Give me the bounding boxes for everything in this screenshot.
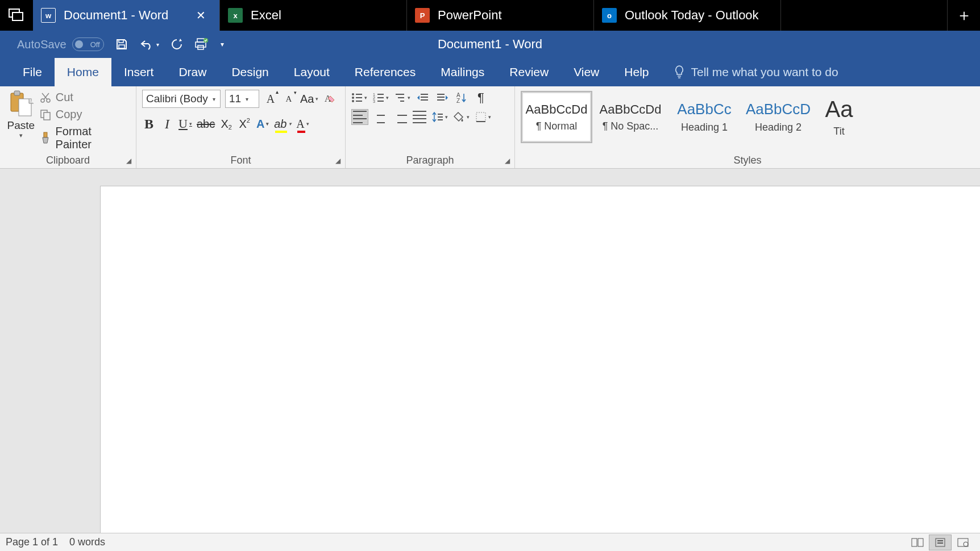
increase-indent-button[interactable] [435,90,449,106]
align-center-button[interactable] [374,109,388,125]
svg-rect-48 [937,540,943,541]
style-no-spacing[interactable]: AaBbCcDd ¶ No Spac... [595,91,666,143]
decrease-indent-button[interactable] [416,90,430,106]
ribbon-tab-references[interactable]: References [342,58,428,86]
word-count[interactable]: 0 words [69,536,105,548]
svg-rect-49 [937,542,943,544]
svg-rect-24 [377,94,384,95]
excel-icon: x [228,8,243,23]
qat-customize-button[interactable]: ▾ [221,40,224,48]
ribbon-tab-review[interactable]: Review [497,58,561,86]
save-button[interactable] [115,38,128,51]
borders-button[interactable]: ▾ [475,109,491,125]
svg-rect-40 [438,114,443,115]
cut-button[interactable]: Cut [40,91,130,104]
tab-powerpoint[interactable]: P PowerPoint [407,0,593,31]
undo-button[interactable]: ▾ [139,39,159,50]
ribbon-tab-insert[interactable]: Insert [111,58,167,86]
web-layout-button[interactable] [952,535,974,550]
copy-button[interactable]: Copy [40,108,130,121]
svg-rect-9 [14,91,20,95]
svg-rect-14 [44,112,50,120]
read-mode-button[interactable] [906,535,929,550]
strikethrough-button[interactable]: abc [197,116,215,132]
quick-print-button[interactable] [194,37,209,51]
status-bar: Page 1 of 1 0 words [0,533,980,551]
format-painter-button[interactable]: Format Painter [40,125,130,151]
task-view-button[interactable] [0,0,33,31]
multilevel-list-button[interactable]: ▾ [395,90,410,106]
show-hide-marks-button[interactable]: ¶ [474,90,488,106]
redo-button[interactable] [171,38,183,51]
ribbon-tab-file[interactable]: File [10,58,55,86]
ribbon-tab-layout[interactable]: Layout [281,58,342,86]
text-effects-button[interactable]: A▾ [256,116,269,132]
subscript-button[interactable]: X2 [219,116,233,132]
shading-button[interactable]: ▾ [454,109,470,125]
tab-outlook[interactable]: o Outlook Today - Outlook [594,0,780,31]
svg-rect-4 [197,39,204,42]
svg-rect-22 [356,101,362,102]
tab-word[interactable]: w Document1 - Word ✕ [33,0,219,31]
group-label: Paragraph [406,155,454,166]
page-indicator[interactable]: Page 1 of 1 [6,536,58,548]
bold-button[interactable]: B [142,116,156,132]
align-right-button[interactable] [393,109,407,125]
group-label: Styles [733,155,761,166]
ribbon-tab-help[interactable]: Help [612,58,661,86]
styles-gallery[interactable]: AaBbCcDd ¶ Normal AaBbCcDd ¶ No Spac... … [517,89,865,143]
sort-button[interactable]: AZ [455,90,468,106]
autosave-toggle[interactable]: AutoSave Off [17,37,104,51]
ribbon-tab-view[interactable]: View [561,58,612,86]
style-normal[interactable]: AaBbCcDd ¶ Normal [521,91,592,143]
style-heading-1[interactable]: AaBbCc Heading 1 [668,91,740,143]
numbering-button[interactable]: 123▾ [373,90,389,106]
ribbon-tab-draw[interactable]: Draw [166,58,219,86]
ribbon-tab-mailings[interactable]: Mailings [428,58,497,86]
justify-button[interactable] [413,109,426,125]
dialog-launcher-icon[interactable]: ◢ [335,157,340,165]
grow-font-button[interactable]: A▴ [264,91,277,107]
style-heading-2[interactable]: AaBbCcD Heading 2 [742,91,814,143]
tell-me-placeholder: Tell me what you want to do [691,65,838,79]
tell-me-search[interactable]: Tell me what you want to do [661,58,838,86]
clear-formatting-button[interactable]: A [323,91,337,107]
font-color-button[interactable]: A▾ [296,116,310,132]
scissors-icon [40,92,51,103]
document-area [0,169,980,533]
svg-rect-42 [438,119,443,120]
font-size-combo[interactable]: 11▾ [225,90,259,108]
copy-icon [40,109,51,120]
svg-rect-5 [196,42,206,47]
style-title[interactable]: Aa Tit [816,91,862,143]
ribbon-tab-home[interactable]: Home [55,58,111,86]
ribbon: Paste ▾ Cut Copy Format Painter Clipboar… [0,86,980,169]
highlight-color-button[interactable]: ab▾ [274,116,291,132]
change-case-button[interactable]: Aa▾ [300,91,318,107]
tab-excel[interactable]: x Excel [220,0,406,31]
svg-rect-44 [476,121,485,122]
shrink-font-button[interactable]: A▾ [282,91,296,107]
superscript-button[interactable]: X2 [238,116,251,132]
document-page[interactable] [100,186,980,533]
print-layout-button[interactable] [929,535,952,550]
ribbon-tab-design[interactable]: Design [219,58,281,86]
close-icon[interactable]: ✕ [196,9,206,22]
italic-button[interactable]: I [160,116,174,132]
new-tab-button[interactable]: ＋ [947,0,980,31]
underline-button[interactable]: U▾ [178,116,192,132]
svg-rect-35 [437,94,445,95]
dialog-launcher-icon[interactable]: ◢ [505,157,510,165]
dialog-launcher-icon[interactable]: ◢ [126,157,131,165]
bullets-button[interactable]: ▾ [351,90,367,106]
line-spacing-button[interactable]: ▾ [432,109,448,125]
toggle-switch[interactable]: Off [72,37,104,51]
svg-rect-32 [421,94,428,95]
svg-rect-18 [356,94,362,95]
svg-text:Z: Z [456,98,460,103]
align-left-button[interactable] [351,109,368,125]
font-family-combo[interactable]: Calibri (Body▾ [142,90,221,108]
paste-button[interactable]: Paste ▾ [6,90,36,139]
chevron-down-icon[interactable]: ▾ [6,132,36,139]
svg-rect-29 [396,94,404,95]
